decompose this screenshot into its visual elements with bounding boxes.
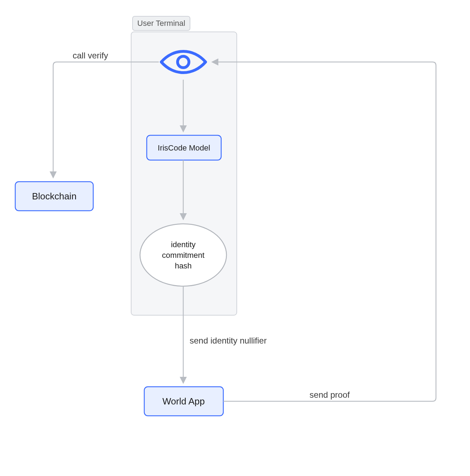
- node-world-app-label: World App: [162, 396, 205, 407]
- edge-send-nullifier-label: send identity nullifier: [190, 336, 267, 345]
- edge-send-proof: [213, 62, 436, 401]
- group-user-terminal-title: User Terminal: [137, 19, 185, 28]
- node-blockchain: Blockchain: [15, 182, 93, 211]
- identity-line1: identity: [171, 240, 196, 249]
- edge-send-proof-label: send proof: [309, 390, 350, 400]
- node-blockchain-label: Blockchain: [32, 191, 77, 202]
- edge-call-verify-label: call verify: [73, 51, 108, 60]
- identity-line2: commitment: [162, 251, 205, 260]
- identity-line3: hash: [175, 261, 192, 270]
- node-world-app: World App: [144, 387, 223, 416]
- node-iriscode-model-label: IrisCode Model: [158, 143, 210, 152]
- node-identity-commitment-hash: identity commitment hash: [140, 224, 226, 286]
- node-iriscode-model: IrisCode Model: [147, 135, 221, 160]
